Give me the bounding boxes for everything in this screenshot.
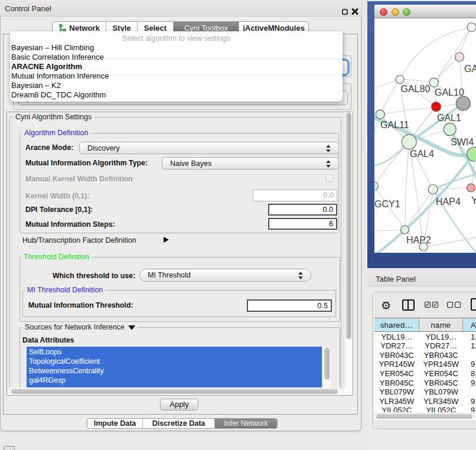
settings-hscrollbar-thumb[interactable] xyxy=(11,389,338,394)
table-row[interactable]: YDL19…YDL19…13 xyxy=(374,332,476,342)
network-node[interactable] xyxy=(401,226,409,234)
network-node[interactable] xyxy=(444,123,456,136)
scrollbar-corner xyxy=(344,388,353,395)
network-node[interactable] xyxy=(456,96,470,110)
table-row[interactable]: YPR145WYPR145W9. xyxy=(374,360,476,369)
table-panel-titlebar[interactable]: Table Panel xyxy=(367,271,476,286)
mi-steps-label: Mutual Information Steps: xyxy=(25,220,115,229)
network-node[interactable] xyxy=(455,53,464,61)
column-header-1[interactable]: shared… xyxy=(374,318,419,331)
mac-minimize-button[interactable] xyxy=(392,8,399,16)
algorithm-option[interactable]: Bayesian – Hill Climbing xyxy=(11,43,341,53)
table-row[interactable]: YBR043CYBR043C xyxy=(374,351,476,360)
bottom-tab-impute-data[interactable]: Impute Data xyxy=(87,419,142,428)
which-threshold-combobox[interactable]: MI Threshold xyxy=(139,269,311,282)
mi-algorithm-type-combobox[interactable]: Naive Bayes xyxy=(162,157,339,169)
mi-threshold-field[interactable]: 0.5 xyxy=(247,299,332,312)
checked-column-icon[interactable]: ✓ xyxy=(425,302,431,308)
column-header-3[interactable]: A xyxy=(463,318,476,331)
network-canvas[interactable]: GAL2GAL80GAL10GAL1GAL11GAL4SWI4HAP4YGCY1… xyxy=(374,18,476,253)
node-label: HAP2 xyxy=(406,235,431,245)
kernel-width-field[interactable]: 0.0 xyxy=(253,190,337,201)
checked-column-icon[interactable]: ✓ xyxy=(432,302,438,308)
control-panel-title: Control Panel xyxy=(5,4,51,13)
column-header-label: name xyxy=(431,321,451,330)
network-node[interactable] xyxy=(428,185,438,194)
network-edge xyxy=(380,107,436,115)
control-panel-titlebar[interactable]: Control Panel xyxy=(0,0,361,17)
network-edge xyxy=(405,190,433,230)
algorithm-dropdown-prompt: Select algorithm to view settings xyxy=(10,34,343,43)
table-row[interactable]: YIL052CYIL052C9. xyxy=(374,406,476,412)
network-node[interactable] xyxy=(429,78,438,87)
unchecked-column-icon[interactable] xyxy=(447,302,453,308)
minimized-window-icon[interactable] xyxy=(4,446,15,450)
network-node[interactable] xyxy=(432,102,441,112)
table-row[interactable]: YBR045CYBR045C9. xyxy=(374,378,476,387)
bottom-tab-infer-network[interactable]: Infer Network xyxy=(214,419,277,428)
column-header-2[interactable]: name xyxy=(419,318,464,331)
attribute-list-item[interactable]: gal4RGexp xyxy=(29,376,312,385)
combo-value: Naive Bayes xyxy=(170,159,211,168)
table-cell: YER054C xyxy=(419,369,464,379)
table-horizontal-scrollbar[interactable] xyxy=(374,412,476,419)
node-attribute-table[interactable]: shared…nameA YDL19…YDL19…13YDR27…YDR27…1… xyxy=(374,318,476,412)
expand-arrow-icon[interactable] xyxy=(164,237,169,243)
gear-icon[interactable]: ⚙ xyxy=(381,299,391,312)
document-icon[interactable] xyxy=(471,298,476,311)
algorithm-option[interactable]: Dream8 DC_TDC Algorithm xyxy=(11,90,341,100)
table-row[interactable]: YLR345WYLR345W9. xyxy=(374,396,476,406)
apply-button[interactable]: Apply xyxy=(160,399,198,410)
network-node[interactable] xyxy=(396,76,404,84)
settings-vertical-scrollbar[interactable] xyxy=(344,112,353,395)
combo-updown-arrows-icon xyxy=(326,145,331,152)
algorithm-option[interactable]: Mutual Information Inference xyxy=(11,71,341,81)
close-panel-button[interactable] xyxy=(351,8,358,15)
network-node[interactable] xyxy=(376,110,384,119)
table-cell: YER054C xyxy=(374,369,419,379)
algorithm-option[interactable]: Bayesian – K2 xyxy=(11,81,341,90)
network-node[interactable] xyxy=(402,135,416,149)
list-vertical-scrollbar[interactable] xyxy=(322,347,331,387)
dpi-tolerance-field[interactable]: 0.0 xyxy=(268,204,337,216)
network-node[interactable] xyxy=(467,184,475,192)
attribute-list-item[interactable]: SelfLoops xyxy=(29,347,312,357)
network-window-titlebar[interactable] xyxy=(374,5,476,18)
attribute-list-item[interactable]: TopologicalCoefficient xyxy=(29,357,312,366)
manual-kernel-width-checkbox[interactable] xyxy=(325,174,333,182)
collapse-arrow-icon xyxy=(128,325,135,330)
attribute-list-item[interactable]: BetweennessCentrality xyxy=(29,366,312,376)
unchecked-column-icon[interactable] xyxy=(455,302,461,308)
data-attributes-list[interactable]: SelfLoopsTopologicalCoefficientBetweenne… xyxy=(27,347,331,387)
network-graph: GAL2GAL80GAL10GAL1GAL11GAL4SWI4HAP4YGCY1… xyxy=(374,18,476,253)
algorithm-dropdown-popup: Select algorithm to view settings Bayesi… xyxy=(10,31,343,102)
mac-close-button[interactable] xyxy=(380,8,387,16)
split-view-icon[interactable] xyxy=(402,299,415,311)
mi-steps-field[interactable]: 6 xyxy=(268,218,337,230)
algorithm-option[interactable]: Basic Correlation Inference xyxy=(11,53,341,62)
network-edge xyxy=(405,142,409,230)
table-cell: 9. xyxy=(463,406,476,412)
network-node[interactable] xyxy=(467,23,476,32)
bottom-tab-discretize-data[interactable]: Discretize Data xyxy=(142,419,214,428)
table-cell: YDL19… xyxy=(419,332,464,342)
table-row[interactable]: YBL079WYBL079W xyxy=(374,387,476,397)
sources-group-label[interactable]: Sources for Network Inference xyxy=(22,323,138,331)
aracne-mode-combobox[interactable]: Discovery xyxy=(79,142,339,154)
settings-horizontal-scrollbar[interactable] xyxy=(7,388,343,395)
list-scrollbar-thumb[interactable] xyxy=(324,348,330,380)
network-node[interactable] xyxy=(374,182,379,190)
mac-zoom-button[interactable] xyxy=(403,8,410,16)
network-edge xyxy=(400,79,434,83)
table-row[interactable]: YDR27…YDR27…12 xyxy=(374,341,476,351)
node-label: GAL4 xyxy=(410,149,434,159)
algorithm-definition-label: Algorithm Definition xyxy=(22,129,90,137)
settings-vscrollbar-thumb[interactable] xyxy=(346,113,351,339)
table-cell: YDR27… xyxy=(374,341,419,351)
table-row[interactable]: YER054CYER054C8. xyxy=(374,369,476,379)
hub-definition-label[interactable]: Hub/Transcription Factor Definition xyxy=(22,236,136,244)
table-cell: 9. xyxy=(463,396,476,406)
algorithm-option[interactable]: ARACNE Algorithm xyxy=(11,62,341,71)
float-window-button[interactable] xyxy=(342,9,348,15)
table-hscrollbar-thumb[interactable] xyxy=(376,414,472,419)
